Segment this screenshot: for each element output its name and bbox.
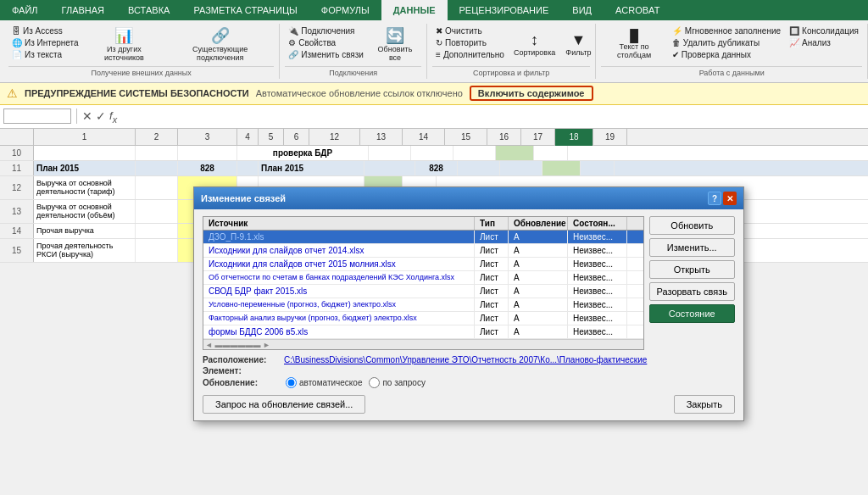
location-label: Расположение: [203, 355, 279, 364]
list-item[interactable]: СВОД БДР факт 2015.xls Лист A Неизвес... [203, 285, 643, 298]
change-button[interactable]: Изменить... [649, 238, 736, 257]
update-manual-label[interactable]: по запросу [369, 377, 425, 388]
dialog-body: Источник Тип Обновление Состоян... ДЗО_П… [194, 209, 743, 420]
open-button[interactable]: Открыть [649, 260, 736, 279]
col-status: Состоян... [568, 217, 627, 230]
status-button[interactable]: Состояние [649, 304, 736, 323]
list-item[interactable]: Исходники для слайдов отчет 2014.xlsx Ли… [203, 244, 643, 258]
col-update: Обновление [509, 217, 568, 230]
links-table-body: ДЗО_П-9.1.xls Лист A Неизвес... Исходник… [203, 231, 643, 339]
update-button[interactable]: Обновить [649, 216, 736, 235]
info-section: Расположение: C:\BusinessDivisions\Commo… [203, 355, 735, 388]
location-row: Расположение: C:\BusinessDivisions\Commo… [203, 355, 735, 364]
update-row: Обновление: автоматическое по запросу [203, 377, 735, 388]
update-auto-label[interactable]: автоматическое [286, 377, 362, 388]
edit-links-dialog: Изменение связей ? ✕ Источник Тип Обновл… [193, 186, 744, 421]
list-item[interactable]: ДЗО_П-9.1.xls Лист A Неизвес... [203, 231, 643, 244]
close-button[interactable]: Закрыть [674, 395, 735, 414]
location-value: C:\BusinessDivisions\Common\Управление Э… [284, 355, 735, 364]
links-table: Источник Тип Обновление Состоян... ДЗО_П… [203, 216, 644, 350]
col-type: Тип [475, 217, 509, 230]
links-table-wrapper: Источник Тип Обновление Состоян... ДЗО_П… [203, 216, 735, 350]
break-link-button[interactable]: Разорвать связь [649, 282, 736, 301]
dialog-bottom: Запрос на обновление связей... Закрыть [203, 395, 735, 414]
dialog-help-button[interactable]: ? [708, 192, 721, 205]
table-header: Источник Тип Обновление Состоян... [203, 217, 643, 231]
update-auto-radio[interactable] [286, 377, 297, 388]
update-manual-text: по запросу [382, 378, 425, 387]
dialog-close-button[interactable]: ✕ [723, 192, 737, 205]
dialog-overlay: Изменение связей ? ✕ Источник Тип Обновл… [0, 0, 868, 495]
list-item[interactable]: Факторный анализ выручки (прогноз, бюдже… [203, 312, 643, 325]
action-buttons: Обновить Изменить... Открыть Разорвать с… [649, 216, 736, 350]
request-update-button[interactable]: Запрос на обновление связей... [203, 395, 365, 414]
element-row: Элемент: [203, 366, 735, 375]
update-auto-text: автоматическое [299, 378, 362, 387]
list-item[interactable]: Условно-переменные (прогноз, бюджет) эле… [203, 298, 643, 312]
dialog-title-icons: ? ✕ [708, 192, 737, 205]
scroll-hint: ◄ ▬▬▬▬▬▬ ► [203, 339, 643, 349]
list-item[interactable]: Исходники для слайдов отчет 2015 молния.… [203, 258, 643, 271]
list-item[interactable]: формы БДДС 2006 в5.xls Лист A Неизвес... [203, 325, 643, 339]
list-item[interactable]: Об отчетности по счетам в банках подразд… [203, 271, 643, 285]
dialog-title: Изменение связей [201, 193, 286, 203]
update-label: Обновление: [203, 378, 279, 387]
element-label: Элемент: [203, 366, 279, 375]
dialog-title-bar: Изменение связей ? ✕ [194, 187, 743, 209]
update-manual-radio[interactable] [369, 377, 380, 388]
col-source: Источник [203, 217, 475, 230]
